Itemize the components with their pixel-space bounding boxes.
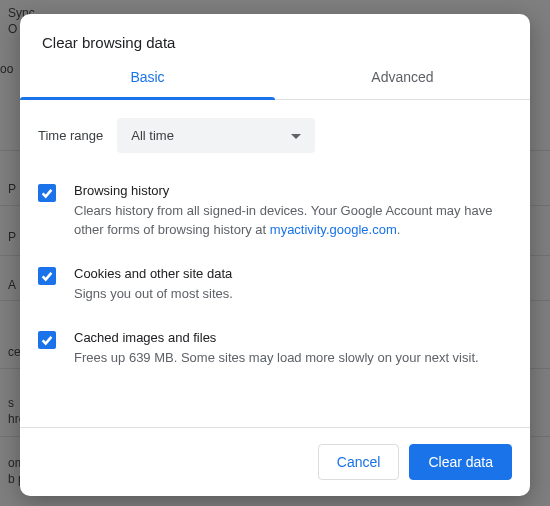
tab-basic-label: Basic xyxy=(130,69,164,85)
option-description: Clears history from all signed-in device… xyxy=(74,202,512,240)
time-range-select[interactable]: All time xyxy=(117,118,315,153)
options-list: Browsing history Clears history from all… xyxy=(20,167,530,427)
option-title: Cookies and other site data xyxy=(74,266,512,281)
time-range-row: Time range All time xyxy=(20,100,530,167)
dialog-footer: Cancel Clear data xyxy=(20,427,530,496)
check-icon xyxy=(40,186,54,200)
tab-advanced-label: Advanced xyxy=(371,69,433,85)
check-icon xyxy=(40,333,54,347)
time-range-label: Time range xyxy=(38,128,103,143)
tab-advanced[interactable]: Advanced xyxy=(275,69,530,99)
clear-data-button[interactable]: Clear data xyxy=(409,444,512,480)
option-description: Frees up 639 MB. Some sites may load mor… xyxy=(74,349,512,368)
dialog-title: Clear browsing data xyxy=(20,14,530,69)
check-icon xyxy=(40,269,54,283)
option-browsing-history: Browsing history Clears history from all… xyxy=(38,173,512,256)
tab-bar: Basic Advanced xyxy=(20,69,530,100)
checkbox-browsing-history[interactable] xyxy=(38,184,56,202)
option-title: Cached images and files xyxy=(74,330,512,345)
checkbox-cookies[interactable] xyxy=(38,267,56,285)
myactivity-link[interactable]: myactivity.google.com xyxy=(270,222,397,237)
cancel-button[interactable]: Cancel xyxy=(318,444,400,480)
time-range-value: All time xyxy=(131,128,174,143)
tab-basic[interactable]: Basic xyxy=(20,69,275,99)
option-title: Browsing history xyxy=(74,183,512,198)
chevron-down-icon xyxy=(291,128,301,143)
option-cookies: Cookies and other site data Signs you ou… xyxy=(38,256,512,320)
option-description: Signs you out of most sites. xyxy=(74,285,512,304)
checkbox-cache[interactable] xyxy=(38,331,56,349)
clear-browsing-data-dialog: Clear browsing data Basic Advanced Time … xyxy=(20,14,530,496)
option-cache: Cached images and files Frees up 639 MB.… xyxy=(38,320,512,384)
